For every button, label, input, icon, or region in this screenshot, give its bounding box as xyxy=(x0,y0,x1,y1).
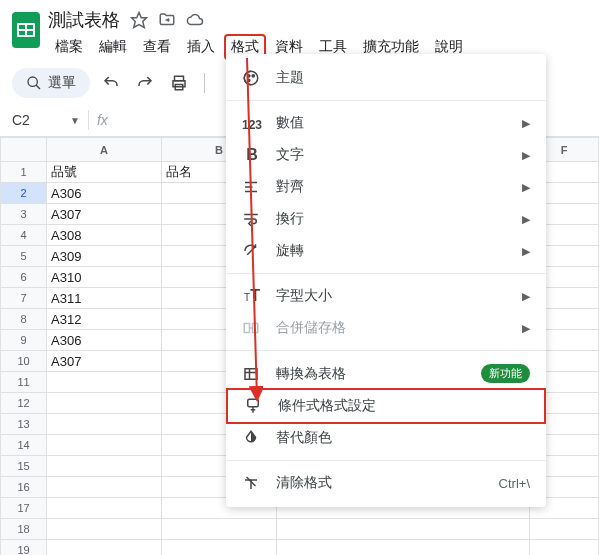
cell[interactable] xyxy=(47,540,162,556)
row-header[interactable]: 14 xyxy=(1,435,47,456)
select-all-corner[interactable] xyxy=(1,138,47,162)
row-header[interactable]: 19 xyxy=(1,540,47,556)
row-header[interactable]: 12 xyxy=(1,393,47,414)
cloud-status-icon[interactable] xyxy=(186,11,204,29)
svg-line-14 xyxy=(247,247,255,255)
cell[interactable] xyxy=(47,477,162,498)
submenu-arrow-icon: ▶ xyxy=(522,181,530,194)
row-header[interactable]: 15 xyxy=(1,456,47,477)
menu-編輯[interactable]: 編輯 xyxy=(92,34,134,60)
submenu-arrow-icon: ▶ xyxy=(522,213,530,226)
cell[interactable] xyxy=(47,435,162,456)
cell[interactable]: A311 xyxy=(47,288,162,309)
row-header[interactable]: 11 xyxy=(1,372,47,393)
row-header[interactable]: 1 xyxy=(1,162,47,183)
undo-button[interactable] xyxy=(98,70,124,96)
format-menu-number[interactable]: 123數值▶ xyxy=(226,107,546,139)
cell[interactable]: A306 xyxy=(47,330,162,351)
row-header[interactable]: 16 xyxy=(1,477,47,498)
format-menu-rotate[interactable]: 旋轉▶ xyxy=(226,235,546,267)
svg-rect-16 xyxy=(253,324,258,333)
cell[interactable] xyxy=(47,519,162,540)
menu-item-label: 換行 xyxy=(276,210,304,228)
cell[interactable] xyxy=(47,456,162,477)
menu-item-label: 清除格式 xyxy=(276,474,332,492)
svg-rect-17 xyxy=(245,368,257,379)
menu-item-label: 旋轉 xyxy=(276,242,304,260)
doc-title[interactable]: 測試表格 xyxy=(48,8,120,32)
menu-檔案[interactable]: 檔案 xyxy=(48,34,90,60)
shortcut-label: Ctrl+\ xyxy=(499,476,530,491)
col-header-a[interactable]: A xyxy=(47,138,162,162)
menu-search-label: 選單 xyxy=(48,74,76,92)
cell[interactable]: A307 xyxy=(47,204,162,225)
cell[interactable] xyxy=(47,372,162,393)
format-menu-table[interactable]: 轉換為表格新功能 xyxy=(226,357,546,390)
menu-查看[interactable]: 查看 xyxy=(136,34,178,60)
row-header[interactable]: 2 xyxy=(1,183,47,204)
move-folder-icon[interactable] xyxy=(158,11,176,29)
cell[interactable] xyxy=(530,519,599,540)
submenu-arrow-icon: ▶ xyxy=(522,322,530,335)
row-header[interactable]: 5 xyxy=(1,246,47,267)
cell-ref-dropdown-icon[interactable]: ▼ xyxy=(70,115,80,126)
toolbar-divider xyxy=(204,73,205,93)
submenu-arrow-icon: ▶ xyxy=(522,117,530,130)
cond-icon xyxy=(244,397,264,415)
fontsize-icon: TT xyxy=(242,287,262,305)
cell[interactable] xyxy=(47,498,162,519)
menu-search[interactable]: 選單 xyxy=(12,68,90,98)
cell[interactable] xyxy=(162,519,277,540)
redo-button[interactable] xyxy=(132,70,158,96)
cell-reference[interactable]: C2 xyxy=(12,112,62,128)
cell[interactable]: A309 xyxy=(47,246,162,267)
format-menu-bold[interactable]: B文字▶ xyxy=(226,139,546,171)
cell[interactable] xyxy=(47,414,162,435)
format-menu-theme[interactable]: 主題 xyxy=(226,62,546,94)
bold-icon: B xyxy=(242,146,262,164)
align-icon xyxy=(242,178,262,196)
row-header[interactable]: 17 xyxy=(1,498,47,519)
row-header[interactable]: 10 xyxy=(1,351,47,372)
cell[interactable]: A312 xyxy=(47,309,162,330)
menu-item-label: 字型大小 xyxy=(276,287,332,305)
cell[interactable]: 品號 xyxy=(47,162,162,183)
star-icon[interactable] xyxy=(130,11,148,29)
row-header[interactable]: 4 xyxy=(1,225,47,246)
svg-point-9 xyxy=(248,79,250,81)
clear-icon xyxy=(242,474,262,492)
cell[interactable]: A306 xyxy=(47,183,162,204)
format-menu-altcolor[interactable]: 替代顏色 xyxy=(226,422,546,454)
cell[interactable] xyxy=(47,393,162,414)
svg-rect-15 xyxy=(244,324,249,333)
cell[interactable] xyxy=(530,540,599,556)
format-menu-align[interactable]: 對齊▶ xyxy=(226,171,546,203)
sheets-logo[interactable] xyxy=(12,12,40,48)
cell[interactable] xyxy=(162,540,277,556)
menu-item-label: 對齊 xyxy=(276,178,304,196)
svg-rect-20 xyxy=(248,399,259,407)
print-button[interactable] xyxy=(166,70,192,96)
new-badge: 新功能 xyxy=(481,364,530,383)
cell[interactable]: A310 xyxy=(47,267,162,288)
submenu-arrow-icon: ▶ xyxy=(522,290,530,303)
row-header[interactable]: 18 xyxy=(1,519,47,540)
format-menu-clear[interactable]: 清除格式Ctrl+\ xyxy=(226,467,546,499)
menu-插入[interactable]: 插入 xyxy=(180,34,222,60)
format-menu-fontsize[interactable]: TT字型大小▶ xyxy=(226,280,546,312)
row-header[interactable]: 9 xyxy=(1,330,47,351)
row-header[interactable]: 7 xyxy=(1,288,47,309)
menu-item-label: 合併儲存格 xyxy=(276,319,346,337)
cell[interactable]: A307 xyxy=(47,351,162,372)
row-header[interactable]: 8 xyxy=(1,309,47,330)
fx-label: fx xyxy=(97,112,108,128)
format-menu-cond[interactable]: 條件式格式設定 xyxy=(226,388,546,424)
format-menu-dropdown: 主題123數值▶B文字▶對齊▶換行▶旋轉▶TT字型大小▶合併儲存格▶轉換為表格新… xyxy=(226,54,546,507)
wrap-icon xyxy=(242,210,262,228)
svg-point-7 xyxy=(248,75,250,77)
format-menu-wrap[interactable]: 換行▶ xyxy=(226,203,546,235)
row-header[interactable]: 6 xyxy=(1,267,47,288)
cell[interactable]: A308 xyxy=(47,225,162,246)
row-header[interactable]: 3 xyxy=(1,204,47,225)
row-header[interactable]: 13 xyxy=(1,414,47,435)
